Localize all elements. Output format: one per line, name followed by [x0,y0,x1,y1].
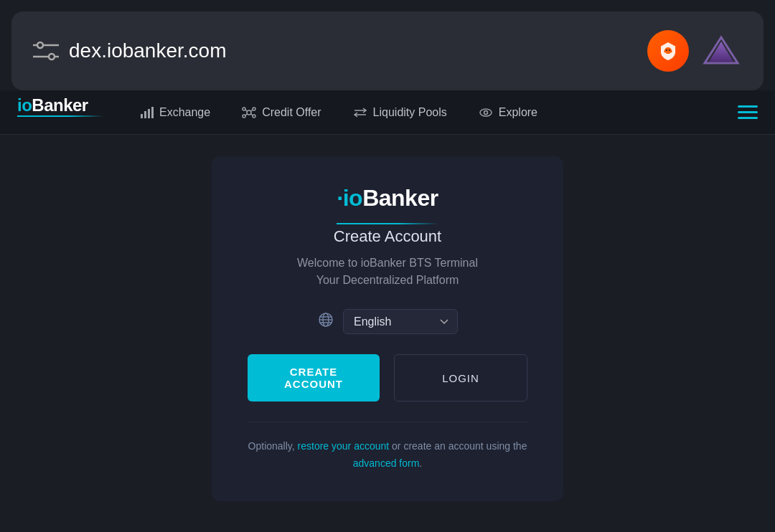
svg-rect-26 [738,111,758,113]
svg-point-1 [49,54,55,60]
svg-point-15 [243,108,245,110]
logo-io: io [17,95,32,115]
svg-point-16 [253,108,255,110]
svg-point-0 [37,42,43,48]
svg-line-22 [251,114,253,115]
card-logo: ·ioBanker [337,185,438,212]
restore-account-link[interactable]: restore your account [298,440,390,452]
bar-chart-icon [139,105,154,120]
svg-rect-12 [148,109,150,118]
language-row: English Spanish French German Chinese [317,309,458,334]
svg-point-7 [669,49,670,51]
hamburger-menu[interactable] [738,105,758,120]
svg-line-19 [245,110,247,111]
prism-icon[interactable] [700,30,742,72]
logo-area[interactable]: ioBanker [17,95,103,130]
svg-point-17 [243,115,245,118]
svg-line-21 [245,114,247,115]
logo-banker: Banker [32,95,88,115]
nav-item-exchange[interactable]: Exchange [126,101,223,124]
browser-bar: dex.iobanker.com [11,11,764,90]
navbar: ioBanker Exchange [0,90,775,135]
globe-icon [317,311,334,333]
nav-label-exchange: Exchange [159,106,210,119]
url-area: dex.iobanker.com [33,38,226,64]
nav-item-credit-offer[interactable]: Credit Offer [229,101,334,124]
svg-point-6 [666,49,667,51]
nav-item-liquidity-pools[interactable]: Liquidity Pools [340,101,460,124]
nav-label-liquidity-pools: Liquidity Pools [373,106,447,119]
svg-rect-11 [144,111,146,118]
advanced-form-link[interactable]: advanced form [353,457,420,469]
svg-point-18 [253,115,255,118]
card-logo-dot: · [337,185,342,211]
svg-point-24 [484,110,487,114]
nav-item-explore[interactable]: Explore [466,101,550,124]
svg-rect-27 [738,117,758,119]
divider [248,422,527,422]
nav-label-credit-offer: Credit Offer [262,106,321,119]
svg-rect-10 [141,114,143,118]
login-button[interactable]: LOGIN [394,354,527,402]
svg-point-14 [247,110,251,115]
svg-rect-25 [738,105,758,108]
browser-actions [647,30,742,72]
bottom-text: Optionally, restore your account or crea… [248,438,527,472]
card-subtitle: Welcome to ioBanker BTS Terminal Your De… [297,255,478,289]
svg-line-20 [251,110,253,111]
nav-items: Exchange Credit Offer Liquidity Pools [126,101,738,124]
svg-point-23 [480,109,492,116]
url-text[interactable]: dex.iobanker.com [69,39,226,62]
create-account-button[interactable]: CREATE ACCOUNT [248,354,380,402]
filter-icon [33,38,59,64]
eye-icon [479,105,493,120]
main-content: ·ioBanker Create Account Welcome to ioBa… [0,135,775,521]
language-select[interactable]: English Spanish French German Chinese [343,309,458,334]
button-row: CREATE ACCOUNT LOGIN [248,354,527,402]
create-account-card: ·ioBanker Create Account Welcome to ioBa… [212,156,563,501]
nav-label-explore: Explore [499,106,537,119]
brave-icon[interactable] [647,30,689,72]
nodes-icon [242,105,256,120]
arrows-icon [353,105,367,120]
svg-rect-13 [151,107,154,118]
card-title: Create Account [334,227,441,246]
